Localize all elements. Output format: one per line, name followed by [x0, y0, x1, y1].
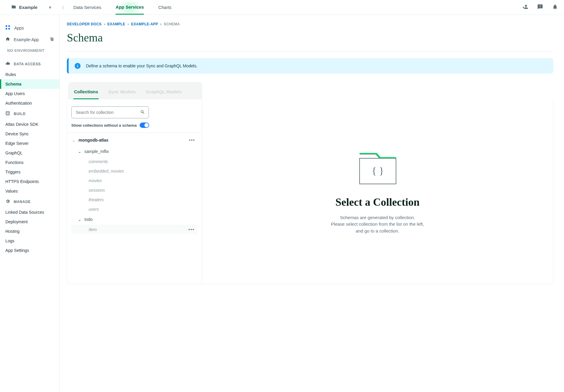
chevron-down-icon: ⌄ [78, 149, 81, 154]
search-collection-box [71, 106, 149, 118]
collection-item-item[interactable]: Item ••• [71, 225, 198, 234]
collection-item-movies[interactable]: movies [71, 176, 198, 185]
apps-grid-icon [5, 25, 11, 31]
sidebar-item-triggers[interactable]: Triggers [0, 167, 59, 177]
database-name: todo [84, 217, 93, 222]
folder-icon [11, 4, 16, 10]
project-chevron-icon[interactable]: ▾ [49, 5, 51, 10]
sidebar-item-atlas-sdk[interactable]: Atlas Device SDK [0, 120, 59, 129]
cloud-icon [5, 61, 10, 67]
section-manage: MANAGE [0, 196, 59, 207]
tab-charts[interactable]: Charts [158, 0, 171, 15]
tab-graphql-models: GraphQL Models [145, 89, 183, 99]
svg-rect-4 [6, 111, 10, 115]
database-node-sample-mflix[interactable]: ⌄ sample_mflix [71, 146, 198, 157]
info-icon: i [75, 63, 81, 69]
breadcrumb-example[interactable]: EXAMPLE [107, 22, 125, 26]
toggle-label: Show collections without a schema [71, 123, 137, 128]
sidebar-item-app-users[interactable]: App Users [0, 89, 59, 98]
svg-rect-5 [7, 112, 9, 114]
sidebar-item-deployment[interactable]: Deployment [0, 217, 59, 227]
collection-item-comments[interactable]: comments [71, 157, 198, 166]
app-name-label: Example-App [14, 37, 39, 42]
empty-state: { } Select a Collection Schemas are gene… [202, 99, 553, 284]
sidebar-item-edge-server[interactable]: Edge Server [0, 139, 59, 148]
tab-sync-models: Sync Models [108, 89, 136, 99]
search-collection-input[interactable] [72, 110, 149, 115]
project-name: Example [19, 5, 38, 10]
empty-state-illustration: { } [354, 149, 401, 188]
sidebar-item-https-endpoints[interactable]: HTTPS Endpoints [0, 177, 59, 186]
empty-state-text: Schemas are generated by collection. Ple… [327, 214, 428, 235]
section-data-access: DATA ACCESS [0, 58, 59, 70]
search-icon[interactable] [140, 110, 145, 115]
sidebar-item-device-sync[interactable]: Device Sync [0, 129, 59, 139]
copy-icon[interactable] [50, 37, 54, 42]
page-title: Schema [60, 26, 553, 51]
database-node-todo[interactable]: ⌄ todo [71, 214, 198, 225]
environment-label: NO ENVIRONMENT [0, 45, 59, 58]
svg-text:{ }: { } [372, 165, 384, 176]
apps-label: Apps [14, 26, 24, 30]
collection-item-label: Item [89, 227, 97, 232]
info-banner: i Define a schema to enable your Sync an… [67, 58, 553, 74]
sidebar-item-app-settings[interactable]: App Settings [0, 246, 59, 255]
chevron-down-icon: ⌄ [78, 217, 81, 222]
breadcrumb-app[interactable]: EXAMPLE-APP [131, 22, 158, 26]
divider [67, 51, 553, 52]
chevron-right-icon: › [104, 22, 105, 26]
sidebar-item-linked-data-sources[interactable]: Linked Data Sources [0, 207, 59, 217]
show-no-schema-toggle[interactable] [140, 123, 149, 128]
tab-data-services[interactable]: Data Services [73, 0, 101, 15]
datasource-more-icon[interactable]: ••• [189, 138, 195, 142]
svg-rect-2 [6, 28, 7, 30]
breadcrumb-docs[interactable]: DEVELOPER DOCS [67, 22, 101, 26]
sidebar-item-values[interactable]: Values [0, 186, 59, 196]
collections-panel: Show collections without a schema ⌄ mong… [67, 99, 202, 284]
top-nav-tabs: Data Services App Services Charts [73, 0, 172, 15]
collection-more-icon[interactable]: ••• [188, 227, 195, 232]
build-icon [5, 111, 10, 117]
gear-icon [5, 199, 10, 204]
sidebar-item-rules[interactable]: Rules [0, 70, 59, 79]
breadcrumb: DEVELOPER DOCS › EXAMPLE › EXAMPLE-APP ›… [60, 22, 553, 26]
feedback-icon[interactable] [537, 4, 543, 11]
chevron-right-icon: › [128, 22, 129, 26]
svg-rect-3 [8, 28, 10, 30]
sidebar-item-logs[interactable]: Logs [0, 236, 59, 246]
schema-tabs: Collections Sync Models GraphQL Models [68, 82, 202, 99]
kebab-menu-icon[interactable]: ⋮ [61, 5, 65, 10]
sidebar-item-authentication[interactable]: Authentication [0, 98, 59, 108]
tab-collections[interactable]: Collections [73, 89, 99, 99]
sidebar-item-functions[interactable]: Functions [0, 158, 59, 167]
database-name: sample_mflix [84, 149, 109, 154]
top-bar: Example ▾ ⋮ Data Services App Services C… [0, 0, 564, 15]
tab-app-services[interactable]: App Services [115, 0, 144, 15]
collection-item-theaters[interactable]: theaters [71, 195, 198, 204]
invite-user-icon[interactable] [522, 4, 528, 11]
main-content: DEVELOPER DOCS › EXAMPLE › EXAMPLE-APP ›… [60, 15, 564, 392]
svg-rect-1 [8, 25, 10, 27]
empty-state-title: Select a Collection [335, 196, 420, 208]
sidebar-item-schema[interactable]: Schema [0, 79, 59, 89]
sidebar: Apps Example-App NO ENVIRONMENT DATA ACC… [0, 15, 60, 392]
sidebar-item-apps[interactable]: Apps [0, 22, 59, 34]
sidebar-item-graphql[interactable]: GraphQL [0, 148, 59, 158]
svg-rect-0 [6, 25, 7, 27]
chevron-down-icon: ⌄ [72, 138, 75, 142]
sidebar-app-row[interactable]: Example-App [0, 34, 59, 45]
collection-item-sessions[interactable]: sessions [71, 185, 198, 195]
sidebar-item-hosting[interactable]: Hosting [0, 227, 59, 236]
datasource-node[interactable]: ⌄ mongodb-atlas ••• [71, 134, 198, 146]
topbar-actions [522, 4, 558, 11]
chevron-right-icon: › [160, 22, 161, 26]
notifications-icon[interactable] [552, 4, 558, 11]
section-build: BUILD [0, 108, 59, 120]
info-text: Define a schema to enable your Sync and … [86, 63, 198, 68]
datasource-name: mongodb-atlas [78, 138, 108, 142]
show-no-schema-toggle-row: Show collections without a schema [71, 123, 198, 128]
collection-item-users[interactable]: users [71, 204, 198, 214]
home-icon [5, 37, 10, 42]
collection-item-embedded-movies[interactable]: embedded_movies [71, 166, 198, 176]
project-selector[interactable]: Example ▾ [0, 4, 60, 10]
